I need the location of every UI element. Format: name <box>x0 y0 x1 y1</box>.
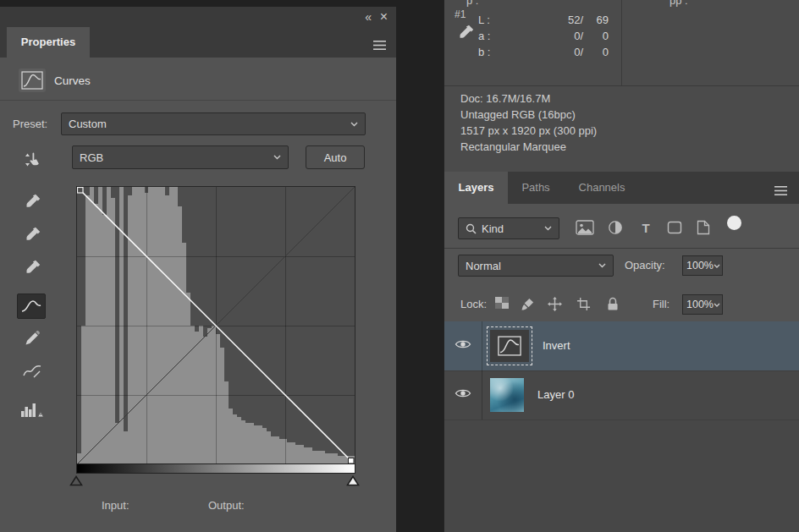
opacity-label: Opacity: <box>625 255 665 277</box>
chevron-down-icon <box>273 155 281 160</box>
preset-dropdown[interactable]: Custom <box>61 112 366 135</box>
chevron-down-icon <box>714 264 720 268</box>
smooth-curve-icon[interactable] <box>20 360 44 382</box>
tab-properties[interactable]: Properties <box>7 27 90 58</box>
chevron-down-icon <box>598 263 606 268</box>
chevron-down-icon <box>350 122 358 127</box>
lock-position-move-icon[interactable] <box>548 297 562 311</box>
doc-tool-line: Rectangular Marquee <box>460 139 597 155</box>
color-sampler-eyedropper-icon <box>456 24 475 46</box>
chevron-down-icon <box>714 303 720 307</box>
tab-layers[interactable]: Layers <box>444 172 508 204</box>
layer-row-invert[interactable]: Invert <box>444 321 799 371</box>
curve-line[interactable] <box>77 187 355 464</box>
white-point-eyedropper-icon[interactable] <box>20 257 44 279</box>
channel-dropdown[interactable]: RGB <box>72 145 289 169</box>
readout-row: L : 52/ 69 <box>478 12 610 28</box>
input-label: Input: <box>102 499 129 512</box>
layers-menu-icon[interactable] <box>774 184 787 199</box>
curves-layer-thumbnail[interactable] <box>490 330 529 362</box>
blend-mode-row: Normal Opacity: 100% <box>444 249 799 288</box>
layers-tab-row: Layers Paths Channels <box>444 172 799 204</box>
tab-paths[interactable]: Paths <box>508 172 564 204</box>
doc-size-line: Doc: 16.7M/16.7M <box>460 90 597 107</box>
filter-adjustment-layers-icon[interactable] <box>603 217 627 239</box>
doc-dimensions-line: 1517 px x 1920 px (300 ppi) <box>460 123 597 139</box>
readout-label: a : <box>478 28 500 44</box>
visibility-cell[interactable] <box>444 370 482 420</box>
layer-row-layer0[interactable]: Layer 0 <box>444 370 799 420</box>
preset-label: Preset: <box>13 112 47 135</box>
filter-shape-layers-icon[interactable] <box>663 217 686 239</box>
readout-label: L : <box>478 12 500 28</box>
edit-points-tool-icon[interactable] <box>17 293 46 319</box>
doc-profile-line: Untagged RGB (16bpc) <box>460 107 597 123</box>
auto-button[interactable]: Auto <box>306 145 365 169</box>
lock-all-padlock-icon[interactable] <box>607 297 619 311</box>
targeted-adjustment-tool-icon[interactable] <box>20 149 44 171</box>
curve-point-top-left[interactable] <box>78 188 84 194</box>
preset-value: Custom <box>69 118 107 130</box>
properties-menu-icon[interactable] <box>373 38 386 53</box>
opacity-field[interactable]: 100% <box>682 255 723 276</box>
properties-tab-row: Properties <box>0 27 396 58</box>
properties-panel: « × Properties Curves Preset: Custom RGB <box>0 7 396 532</box>
highlight-input-slider[interactable] <box>346 475 360 486</box>
fill-value: 100% <box>686 299 714 310</box>
output-label: Output: <box>208 499 245 512</box>
lock-transparency-icon[interactable] <box>495 297 509 309</box>
eye-icon[interactable] <box>455 338 471 354</box>
layers-filter-row: Kind T <box>444 204 799 249</box>
fill-label: Fill: <box>653 293 670 315</box>
kind-filter-dropdown[interactable]: Kind <box>458 217 559 239</box>
readout-value: 0 <box>583 28 609 44</box>
black-point-eyedropper-icon[interactable] <box>20 191 44 213</box>
clipped-text: pp : <box>670 0 688 7</box>
layer-name[interactable]: Invert <box>543 321 570 370</box>
layer-name[interactable]: Layer 0 <box>537 370 574 420</box>
histogram-clipping-warning-icon[interactable] <box>19 398 46 420</box>
clipped-text: p : <box>466 0 478 7</box>
layer-list: Invert Layer 0 <box>444 321 799 532</box>
document-info: Doc: 16.7M/16.7M Untagged RGB (16bpc) 15… <box>460 90 597 155</box>
tab-channels[interactable]: Channels <box>564 172 640 204</box>
filter-smart-objects-icon[interactable] <box>692 217 715 239</box>
close-panel-icon[interactable]: × <box>380 8 388 25</box>
color-sampler-id: #1 <box>455 8 466 20</box>
panel-titlebar: « × <box>0 7 396 27</box>
readout-value: 69 <box>583 12 609 28</box>
channel-value: RGB <box>80 151 103 164</box>
filtering-toggle-knob[interactable] <box>727 216 741 230</box>
readout-value: 0/ <box>500 44 583 60</box>
lock-artboard-icon[interactable] <box>576 297 591 311</box>
readout-value: 52/ <box>500 12 583 28</box>
readout-row: a : 0/ 0 <box>478 28 610 44</box>
pencil-tool-icon[interactable] <box>20 327 44 349</box>
lock-pixels-brush-icon[interactable] <box>521 297 535 311</box>
filter-type-layers-icon[interactable]: T <box>634 217 658 239</box>
readout-value: 0 <box>583 44 609 60</box>
search-icon <box>466 223 477 234</box>
curves-plot[interactable] <box>76 186 355 465</box>
lab-readout: L : 52/ 69 a : 0/ 0 b : 0/ 0 <box>478 12 610 60</box>
visibility-cell[interactable] <box>444 321 482 370</box>
gray-point-eyedropper-icon[interactable] <box>20 224 44 246</box>
adjustment-header: Curves <box>0 63 396 101</box>
curves-adjustment-icon <box>19 69 46 92</box>
type-glyph: T <box>642 221 649 235</box>
adjustment-title: Curves <box>54 63 91 100</box>
image-layer-thumbnail[interactable] <box>490 378 524 412</box>
lock-row: Lock: Fill: 100% <box>444 288 799 321</box>
info-vertical-divider <box>621 0 622 85</box>
opacity-value: 100% <box>686 260 714 271</box>
readout-value: 0/ <box>500 28 583 44</box>
input-gradient-bar <box>76 463 355 474</box>
blend-mode-dropdown[interactable]: Normal <box>458 255 614 277</box>
filter-pixel-layers-icon[interactable] <box>573 217 597 239</box>
fill-field[interactable]: 100% <box>682 294 723 315</box>
collapse-panel-icon[interactable]: « <box>365 8 371 25</box>
lock-label: Lock: <box>460 293 487 315</box>
shadow-input-slider[interactable] <box>69 475 83 486</box>
chevron-down-icon <box>544 226 552 231</box>
eye-icon[interactable] <box>455 387 471 403</box>
